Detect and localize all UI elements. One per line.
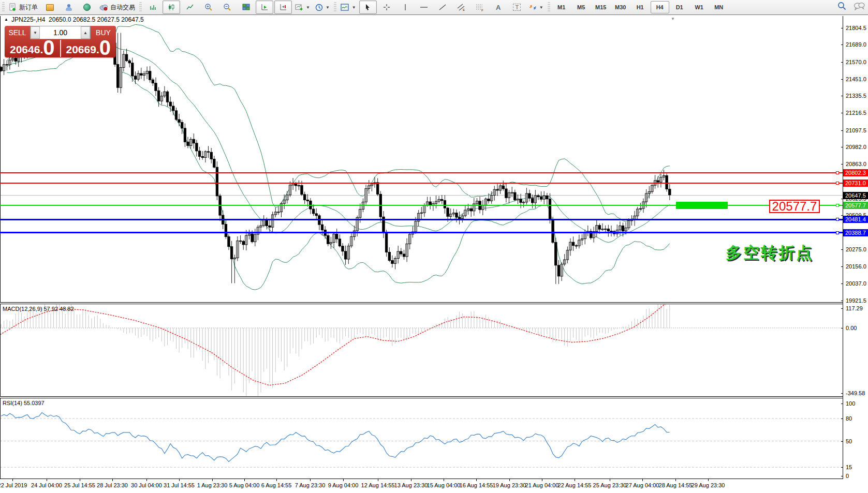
candlestick-chart[interactable] — [0, 16, 843, 302]
horizontal-level-line[interactable] — [0, 232, 843, 233]
rsi-tick — [841, 419, 843, 419]
time-tick — [411, 479, 411, 481]
turning-point-annotation[interactable]: 多空转折点 — [726, 242, 814, 264]
collapse-arrow-icon[interactable]: ▲ — [4, 17, 8, 22]
tile-windows-icon — [242, 4, 250, 11]
new-order-button[interactable]: 新订单 — [7, 1, 40, 14]
cursor-tool-button[interactable] — [359, 1, 377, 14]
toolbar-grip[interactable] — [334, 2, 336, 12]
chat-bubbles-icon[interactable] — [854, 2, 865, 10]
text-a-icon: A — [496, 4, 501, 11]
toolbar-grip[interactable] — [139, 2, 142, 12]
caret-down-icon: ▼ — [306, 5, 310, 10]
cursor-icon — [364, 4, 371, 11]
toolbar-grip[interactable] — [548, 2, 550, 12]
macd-pane[interactable]: MACD(12,26,9) 57.92 48.82 — [0, 304, 843, 396]
pane-separator[interactable] — [0, 397, 843, 398]
signals-button[interactable] — [78, 1, 96, 14]
price-tick — [841, 301, 843, 301]
time-axis-label: 7 Aug 23:30 — [295, 482, 326, 488]
chart-header: JPN225-,H4 20650.0 20682.5 20627.5 20647… — [11, 16, 144, 23]
channel-tool-button[interactable]: E — [452, 1, 470, 14]
timeframe-button-D1[interactable]: D1 — [670, 1, 689, 13]
time-axis[interactable]: 22 Jul 201924 Jul 04:0025 Jul 14:5528 Ju… — [0, 479, 868, 493]
zoom-in-button[interactable] — [200, 1, 217, 14]
price-callout-box[interactable]: 20577.7 — [769, 200, 820, 213]
bar-chart-mode-button[interactable] — [144, 1, 161, 14]
timeframe-button-M15[interactable]: M15 — [592, 1, 610, 13]
line-handle[interactable] — [836, 231, 839, 234]
time-axis-label: 27 Aug 04:00 — [626, 482, 659, 488]
autotrading-button[interactable]: 自动交易 — [97, 1, 137, 14]
periods-clock-button[interactable]: ▼ — [313, 1, 332, 14]
one-click-trading-panel: SELL ▼ 1.00 ▲ BUY 20646.0 20669.0 — [5, 26, 116, 57]
trendline-tool-button[interactable] — [434, 1, 451, 14]
sell-price[interactable]: 20646.0 — [5, 39, 60, 57]
main-chart-pane[interactable] — [0, 16, 843, 302]
new-chart-button[interactable]: ▼ — [293, 1, 312, 14]
timeframe-button-MN[interactable]: MN — [710, 1, 728, 13]
line-handle[interactable] — [836, 218, 839, 221]
tile-windows-button[interactable] — [237, 1, 255, 14]
highlight-zone-rectangle[interactable] — [676, 202, 728, 209]
time-tick — [212, 479, 213, 481]
volume-decrease-button[interactable]: ▼ — [31, 26, 40, 39]
pane-separator[interactable] — [0, 303, 843, 304]
chart-shift-button[interactable] — [274, 1, 292, 14]
text-label-tool-button[interactable]: T — [508, 1, 526, 14]
strategy-tester-button[interactable] — [60, 1, 77, 14]
autotrading-label: 自动交易 — [110, 3, 135, 12]
sell-button[interactable]: SELL — [5, 26, 30, 39]
volume-increase-button[interactable]: ▲ — [81, 26, 90, 39]
rsi-tick — [841, 441, 843, 442]
macd-indicator-chart[interactable] — [0, 304, 843, 396]
timeframe-button-M30[interactable]: M30 — [611, 1, 630, 13]
time-tick — [675, 479, 676, 481]
toolbar-grip[interactable] — [2, 2, 5, 12]
buy-price[interactable]: 20669.0 — [61, 39, 116, 57]
auto-scroll-button[interactable] — [256, 1, 273, 14]
zoom-in-icon — [204, 3, 213, 11]
time-tick — [708, 479, 709, 481]
timeframe-button-W1[interactable]: W1 — [690, 1, 709, 13]
zoom-out-icon — [223, 3, 231, 11]
horizontal-level-line[interactable] — [0, 172, 843, 173]
time-tick — [146, 479, 147, 481]
candle-chart-mode-button[interactable] — [163, 1, 180, 14]
time-axis-label: 21 Aug 04:00 — [525, 482, 559, 488]
vertical-line-tool-button[interactable] — [396, 1, 414, 14]
price-tick-label: 21216.5 — [846, 110, 866, 116]
indicators-button[interactable]: ▼ — [339, 1, 358, 14]
crosshair-tool-button[interactable] — [378, 1, 395, 14]
line-handle[interactable] — [836, 171, 839, 174]
timeframe-button-M5[interactable]: M5 — [572, 1, 591, 13]
horizontal-level-line[interactable] — [0, 183, 843, 184]
line-handle[interactable] — [836, 204, 839, 207]
arrows-tool-button[interactable]: ▼ — [527, 1, 546, 14]
time-tick — [509, 479, 510, 481]
rsi-pane[interactable]: RSI(14) 55.0397 — [0, 398, 843, 479]
timeframe-button-H4[interactable]: H4 — [651, 1, 669, 13]
line-chart-mode-button[interactable] — [181, 1, 199, 14]
timeframe-button-M1[interactable]: M1 — [552, 1, 571, 13]
zoom-out-button[interactable] — [218, 1, 236, 14]
search-icon[interactable] — [837, 2, 846, 10]
market-watch-button[interactable] — [41, 1, 58, 14]
price-axis[interactable]: 20802.320731.020577.720481.420388.720647… — [843, 16, 868, 489]
chart-shift-marker-icon[interactable]: ▼ — [671, 17, 675, 21]
macd-tick — [841, 393, 843, 394]
line-handle[interactable] — [836, 182, 839, 185]
fibonacci-tool-button[interactable]: F — [471, 1, 489, 14]
price-tick-label: 20982.0 — [846, 144, 866, 150]
timeframe-button-H1[interactable]: H1 — [631, 1, 650, 13]
rsi-scale-label: 15 — [846, 464, 852, 470]
rsi-indicator-chart[interactable] — [0, 398, 843, 479]
time-axis-label: 22 Jul 2019 — [0, 482, 27, 488]
time-axis-label: 9 Aug 04:00 — [328, 482, 359, 488]
clock-icon — [315, 4, 323, 11]
horizontal-line-tool-button[interactable] — [415, 1, 433, 14]
vertical-line-icon — [403, 4, 408, 11]
horizontal-level-line[interactable] — [0, 219, 843, 220]
text-tool-button[interactable]: A — [490, 1, 507, 14]
chart-left-border — [0, 16, 1, 479]
